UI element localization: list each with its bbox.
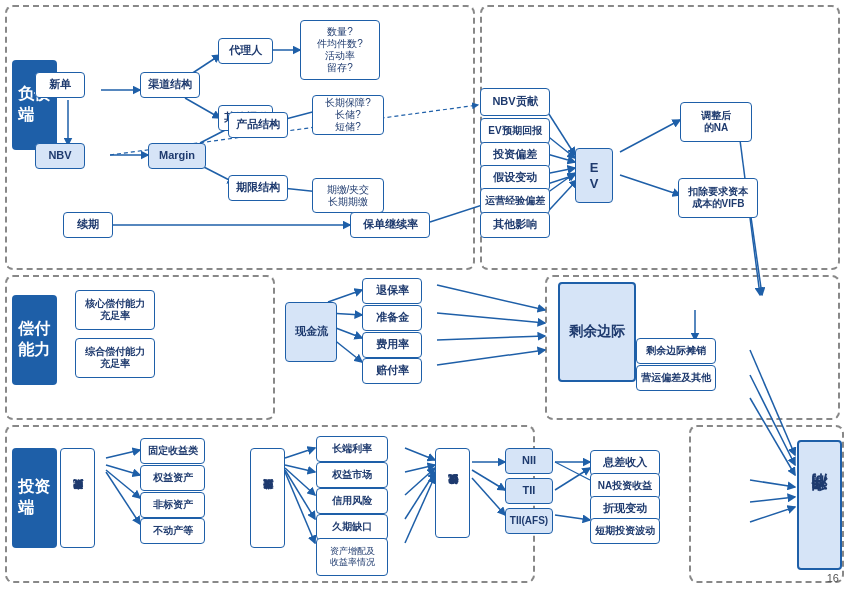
box-hexin-fuzhi: 核心偿付能力 充足率 [75,290,155,330]
box-qixianfuji: 期缴/夹交 长期期缴 [312,178,384,213]
box-net-profit: 净利润 [797,440,842,570]
box-quanyi-shichang: 权益市场 [316,462,388,488]
box-feiyonglv: 费用率 [362,332,422,358]
box-changyuan-lilv: 长端利率 [316,436,388,462]
box-xindan: 新单 [35,72,85,98]
box-gudingshoulei: 固定收益类 [140,438,205,464]
svg-line-38 [555,468,590,490]
box-tiaozheng-na: 调整后 的NA [680,102,752,142]
box-zichan-guanliandian: 资产端关联点 [250,448,285,548]
box-zhunbeijin: 准备金 [362,305,422,331]
box-peifulv: 赔付率 [362,358,422,384]
box-yunying-pianca: 运营经验偏差 [480,188,550,214]
box-changqi: 长期保障? 长储? 短储? [312,95,384,135]
box-xuqi: 续期 [63,212,113,238]
box-xinyong-fengxian: 信用风险 [316,488,388,514]
box-zichan-zengpei: 资产增配及 收益率情况 [316,538,388,576]
svg-line-32 [437,350,545,365]
box-yingwun-pianca: 营运偏差及其他 [636,365,716,391]
svg-line-25 [328,290,362,302]
box-margin: Margin [148,143,206,169]
box-tii-afs: TII(AFS) [505,508,553,534]
box-chanpin: 产品结构 [228,112,288,138]
box-tii: TII [505,478,553,504]
box-kouchu-vifb: 扣除要求资本 成本的VIFB [678,178,758,218]
box-touzi-shouyiqingkuang: 投资收益情况 [435,448,470,538]
box-ev: E V [575,148,613,203]
diagram-container: 负债端 偿付能力 投资端 新单 渠道结构 代理人 其他渠道 数量? 件均件数? … [0,0,849,589]
box-qita-yingxiang: 其他影响 [480,212,550,238]
svg-line-37 [555,462,590,480]
box-qudao: 渠道结构 [140,72,200,98]
box-feibiao-zichan: 非标资产 [140,492,205,518]
svg-line-39 [555,515,590,520]
box-shengyu-bianjie: 剩余边际 [558,282,636,382]
box-zonghe-fuzhi: 综合偿付能力 充足率 [75,338,155,378]
box-xianjinliu: 现金流 [285,302,337,362]
label-investment: 投资端 [12,448,57,548]
svg-line-30 [437,313,545,323]
box-duanqi-biandong: 短期投资波动 [590,518,660,544]
box-dailiren: 代理人 [218,38,273,64]
box-nbv-gongxian: NBV贡献 [480,88,550,116]
box-baoxian-jixulv: 保单继续率 [350,212,430,238]
box-qixian: 期限结构 [228,175,288,201]
box-quanyi-zichan: 权益资产 [140,465,205,491]
box-nbv: NBV [35,143,85,169]
box-dalei-peizhi: 大类资产配置 [60,448,95,548]
svg-line-29 [437,285,545,310]
box-tuibao: 退保率 [362,278,422,304]
label-solvency: 偿付能力 [12,295,57,385]
box-jiuqi-qukou: 久期缺口 [316,514,388,540]
box-ev-yuqi: EV预期回报 [480,118,550,144]
box-nii: NII [505,448,553,474]
svg-line-31 [437,336,545,340]
box-shengyu-bianjishao: 剩余边际摊销 [636,338,716,364]
box-budongchan: 不动产等 [140,518,205,544]
page-number: 16 [827,572,839,584]
box-daili-detail: 数量? 件均件数? 活动率 留存? [300,20,380,80]
